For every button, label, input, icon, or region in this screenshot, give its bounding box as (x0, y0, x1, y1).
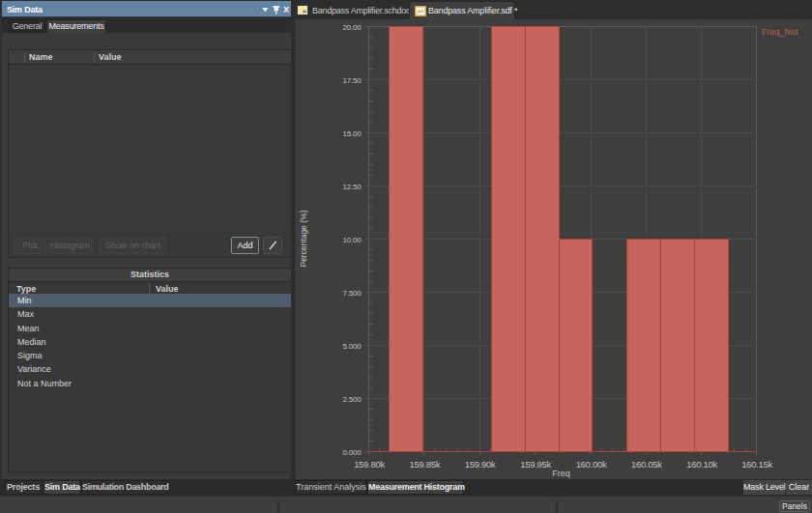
svg-text:0.000: 0.000 (342, 448, 362, 457)
svg-text:160.15k: 160.15k (741, 459, 772, 470)
svg-text:2.500: 2.500 (342, 395, 362, 404)
svg-text:159.95k: 159.95k (520, 459, 551, 470)
svg-text:10.00: 10.00 (342, 236, 362, 244)
svg-text:5.000: 5.000 (342, 342, 362, 351)
svg-text:160.05k: 160.05k (631, 459, 662, 470)
svg-text:Freq_hist: Freq_hist (762, 27, 798, 37)
svg-text:159.90k: 159.90k (465, 459, 496, 470)
svg-text:12.50: 12.50 (342, 183, 362, 191)
svg-text:160.00k: 160.00k (576, 459, 607, 470)
svg-text:Percentage (%): Percentage (%) (299, 210, 308, 267)
svg-text:159.85k: 159.85k (410, 459, 441, 470)
svg-text:159.80k: 159.80k (354, 459, 385, 470)
svg-text:160.10k: 160.10k (686, 459, 717, 470)
svg-text:20.00: 20.00 (342, 23, 362, 32)
svg-text:15.00: 15.00 (342, 129, 362, 138)
svg-text:7.500: 7.500 (342, 289, 362, 298)
svg-text:17.50: 17.50 (342, 76, 362, 85)
svg-text:Freq: Freq (552, 469, 570, 478)
